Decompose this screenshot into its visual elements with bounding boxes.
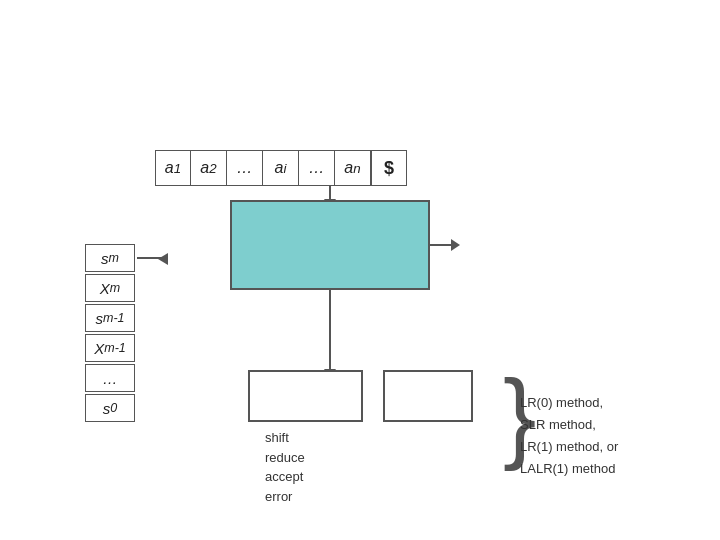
stack-row-s0: s0	[85, 393, 135, 423]
tape-cell-a1: a1	[155, 150, 191, 186]
stack-cell-s0: s0	[85, 394, 135, 422]
tape-cell-ai: ai	[263, 150, 299, 186]
stack-cell-ellipsis: …	[85, 364, 135, 392]
stack-row-sm: sm	[85, 243, 167, 273]
input-tape: a1 a2 … ai … an $	[155, 150, 407, 186]
arrow-input-to-lr	[329, 186, 331, 200]
stack-cell-sm: sm	[85, 244, 135, 272]
tape-cell-an: an	[335, 150, 371, 186]
tape-cell-ellipsis2: …	[299, 150, 335, 186]
tape-cell-ellipsis1: …	[227, 150, 263, 186]
stack-row-xm1: Xm-1	[85, 333, 135, 363]
action-sub-label: shiftreduceaccepterror	[265, 428, 305, 506]
stack-row-sm1: sm-1	[85, 303, 135, 333]
tape-cell-a2: a2	[191, 150, 227, 186]
stack-arrow	[137, 257, 167, 259]
stack-cell-xm: Xm	[85, 274, 135, 302]
goto-box	[383, 370, 473, 422]
stack-cell-sm1: sm-1	[85, 304, 135, 332]
action-box	[248, 370, 363, 422]
stack-area: sm Xm sm-1 Xm-1 … s0	[85, 243, 167, 423]
stack-cell-xm1: Xm-1	[85, 334, 135, 362]
stack-row-ellipsis: …	[85, 363, 135, 393]
lr-parsing-box	[230, 200, 430, 290]
stack-row-xm: Xm	[85, 273, 135, 303]
arrow-lr-to-output	[430, 244, 452, 246]
arrow-lr-to-action	[329, 290, 331, 370]
tape-cell-dollar: $	[371, 150, 407, 186]
constructed-with-box: LR(0) method, SLR method, LR(1) method, …	[520, 370, 698, 480]
